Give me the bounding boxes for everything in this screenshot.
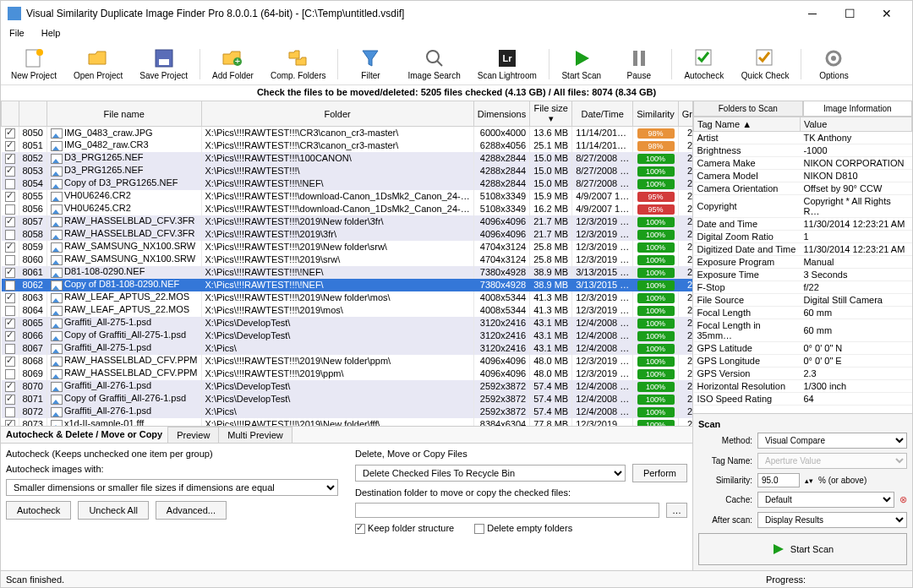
table-row[interactable]: 8067Graffiti_All-275-1.psdX:\Pics\3120x2… bbox=[2, 342, 693, 355]
row-checkbox[interactable] bbox=[5, 141, 15, 151]
table-row[interactable]: 8069RAW_HASSELBLAD_CFV.PPMX:\Pics\!!!RAW… bbox=[2, 368, 693, 380]
row-checkbox[interactable] bbox=[5, 179, 15, 189]
row-checkbox[interactable] bbox=[5, 230, 15, 240]
menu-help[interactable]: Help bbox=[38, 26, 64, 43]
property-row[interactable]: Focal Length in 35mm…60 mm bbox=[694, 319, 912, 342]
col-filename[interactable]: File name bbox=[46, 101, 201, 127]
add-folder-button[interactable]: +Add Folder bbox=[207, 46, 259, 82]
start-scan-main-button[interactable]: Start Scan bbox=[698, 533, 907, 565]
tab-image-information[interactable]: Image Information bbox=[803, 101, 913, 116]
open-project-button[interactable]: Open Project bbox=[68, 46, 128, 82]
scan-after-select[interactable]: Display Results bbox=[757, 512, 907, 528]
clear-cache-icon[interactable]: ⊗ bbox=[899, 494, 907, 505]
row-checkbox[interactable] bbox=[5, 407, 15, 417]
row-checkbox[interactable] bbox=[5, 395, 15, 405]
property-row[interactable]: Brightness-1000 bbox=[694, 144, 912, 157]
row-checkbox[interactable] bbox=[5, 293, 15, 303]
property-row[interactable]: GPS Version2.3 bbox=[694, 368, 912, 380]
table-row[interactable]: 8073x1d-II-sample-01.fffX:\Pics\!!!RAWTE… bbox=[2, 418, 693, 427]
table-row[interactable]: 8055VH0U6246.CR2X:\Pics\!!!RAWTEST!!!\do… bbox=[2, 190, 693, 203]
maximize-button[interactable]: ☐ bbox=[831, 2, 868, 25]
close-button[interactable]: ✕ bbox=[868, 2, 905, 25]
minimize-button[interactable]: ─ bbox=[794, 2, 831, 25]
property-row[interactable]: Horizontal Resolution1/300 inch bbox=[694, 380, 912, 393]
property-row[interactable]: Digitized Date and Time11/30/2014 12:23:… bbox=[694, 243, 912, 256]
menu-file[interactable]: File bbox=[6, 26, 28, 43]
property-row[interactable]: Focal Length60 mm bbox=[694, 307, 912, 319]
table-row[interactable]: 8064RAW_LEAF_APTUS_22.MOSX:\Pics\!!!RAWT… bbox=[2, 304, 693, 317]
table-row[interactable]: 8058RAW_HASSELBLAD_CFV.3FRX:\Pics\!!!RAW… bbox=[2, 228, 693, 241]
pause-button[interactable]: Pause bbox=[614, 46, 664, 82]
autocheck-select[interactable]: Smaller dimensions or smaller file sizes… bbox=[6, 479, 338, 496]
browse-button[interactable]: … bbox=[666, 503, 687, 518]
row-checkbox[interactable] bbox=[5, 357, 15, 367]
row-checkbox[interactable] bbox=[5, 154, 15, 164]
filter-button[interactable]: Filter bbox=[345, 46, 396, 82]
property-row[interactable]: GPS Latitude0° 0' 0" N bbox=[694, 342, 912, 355]
new-project-button[interactable]: New Project bbox=[6, 46, 62, 82]
table-row[interactable]: 8057RAW_HASSELBLAD_CFV.3FRX:\Pics\!!!RAW… bbox=[2, 215, 693, 228]
scan-cache-select[interactable]: Default bbox=[757, 492, 894, 508]
row-checkbox[interactable] bbox=[5, 217, 15, 227]
scan-method-select[interactable]: Visual Compare bbox=[757, 433, 907, 449]
prop-col-value[interactable]: Value bbox=[800, 117, 911, 132]
row-checkbox[interactable] bbox=[5, 268, 15, 278]
col-filesize[interactable]: File size ▾ bbox=[530, 101, 572, 127]
col-dimensions[interactable]: Dimensions bbox=[473, 101, 529, 127]
table-row[interactable]: 8063RAW_LEAF_APTUS_22.MOSX:\Pics\!!!RAWT… bbox=[2, 291, 693, 304]
table-row[interactable]: 8059RAW_SAMSUNG_NX100.SRWX:\Pics\!!!RAWT… bbox=[2, 241, 693, 253]
row-checkbox[interactable] bbox=[5, 204, 15, 215]
table-row[interactable]: 8052D3_PRG1265.NEFX:\Pics\!!!RAWTEST!!!\… bbox=[2, 152, 693, 165]
property-row[interactable]: Exposure Time3 Seconds bbox=[694, 269, 912, 281]
table-row[interactable]: 8062Copy of D81-108-0290.NEFX:\Pics\!!!R… bbox=[2, 279, 693, 291]
table-row[interactable]: 8061D81-108-0290.NEFX:\Pics\!!!RAWTEST!!… bbox=[2, 266, 693, 279]
quick-check-button[interactable]: Quick Check bbox=[736, 46, 795, 82]
table-row[interactable]: 8056VH0U6245.CR2X:\Pics\!!!RAWTEST!!!\do… bbox=[2, 203, 693, 215]
col-datetime[interactable]: Date/Time bbox=[572, 101, 633, 127]
property-row[interactable]: F-Stopf/22 bbox=[694, 281, 912, 294]
tab-preview[interactable]: Preview bbox=[167, 427, 219, 443]
uncheck-all-button[interactable]: Uncheck All bbox=[78, 501, 148, 520]
row-checkbox[interactable] bbox=[5, 344, 15, 354]
row-checkbox[interactable] bbox=[5, 192, 15, 202]
table-row[interactable]: 8054Copy of D3_PRG1265.NEFX:\Pics\!!!RAW… bbox=[2, 177, 693, 190]
row-checkbox[interactable] bbox=[5, 318, 15, 329]
col-similarity[interactable]: Similarity bbox=[633, 101, 679, 127]
image-search-button[interactable]: Image Search bbox=[402, 46, 465, 82]
property-row[interactable]: CopyrightCopyright * All Rights R… bbox=[694, 195, 912, 218]
advanced-button[interactable]: Advanced... bbox=[156, 501, 227, 520]
prop-col-name[interactable]: Tag Name ▲ bbox=[694, 117, 801, 132]
autocheck-run-button[interactable]: Autocheck bbox=[6, 501, 71, 520]
dest-input[interactable] bbox=[355, 503, 659, 518]
delete-empty-checkbox[interactable]: Delete empty folders bbox=[474, 523, 572, 534]
property-row[interactable]: Digital Zoom Ratio1 bbox=[694, 231, 912, 243]
row-checkbox[interactable] bbox=[5, 280, 15, 291]
table-row[interactable]: 8066Copy of Graffiti_All-275-1.psdX:\Pic… bbox=[2, 329, 693, 342]
table-row[interactable]: 8071Copy of Graffiti_All-276-1.psdX:\Pic… bbox=[2, 393, 693, 406]
tab-multi-preview[interactable]: Multi Preview bbox=[218, 427, 292, 443]
table-row[interactable]: 8051IMG_0482_raw.CR3X:\Pics\!!!RAWTEST!!… bbox=[2, 139, 693, 152]
comp-folders-button[interactable]: Comp. Folders bbox=[265, 46, 331, 82]
keep-folder-checkbox[interactable]: Keep folder structure bbox=[355, 523, 454, 534]
start-scan-button[interactable]: Start Scan bbox=[556, 46, 607, 82]
row-checkbox[interactable] bbox=[5, 306, 15, 316]
tab-folders-to-scan[interactable]: Folders to Scan bbox=[693, 101, 803, 116]
scan-lightroom-button[interactable]: LrScan Lightroom bbox=[473, 46, 542, 82]
row-checkbox[interactable] bbox=[5, 255, 15, 265]
property-row[interactable]: ISO Speed Rating64 bbox=[694, 393, 912, 406]
col-folder[interactable]: Folder bbox=[201, 101, 473, 127]
table-row[interactable]: 8053D3_PRG1265.NEFX:\Pics\!!!RAWTEST!!!\… bbox=[2, 165, 693, 177]
property-list[interactable]: Tag Name ▲ Value ArtistTK AnthonyBrightn… bbox=[693, 117, 912, 413]
row-checkbox[interactable] bbox=[5, 369, 15, 379]
scan-similarity-input[interactable] bbox=[757, 473, 800, 487]
row-checkbox[interactable] bbox=[5, 128, 15, 139]
results-grid[interactable]: File name Folder Dimensions File size ▾ … bbox=[1, 101, 692, 427]
perform-button[interactable]: Perform bbox=[632, 464, 687, 482]
col-group[interactable]: Group bbox=[678, 101, 692, 127]
property-row[interactable]: Exposure ProgramManual bbox=[694, 256, 912, 269]
property-row[interactable]: Camera OrientationOffset by 90° CCW bbox=[694, 182, 912, 195]
table-row[interactable]: 8070Graffiti_All-276-1.psdX:\Pics\Develo… bbox=[2, 380, 693, 393]
table-row[interactable]: 8068RAW_HASSELBLAD_CFV.PPMX:\Pics\!!!RAW… bbox=[2, 355, 693, 368]
row-checkbox[interactable] bbox=[5, 331, 15, 341]
row-checkbox[interactable] bbox=[5, 166, 15, 177]
